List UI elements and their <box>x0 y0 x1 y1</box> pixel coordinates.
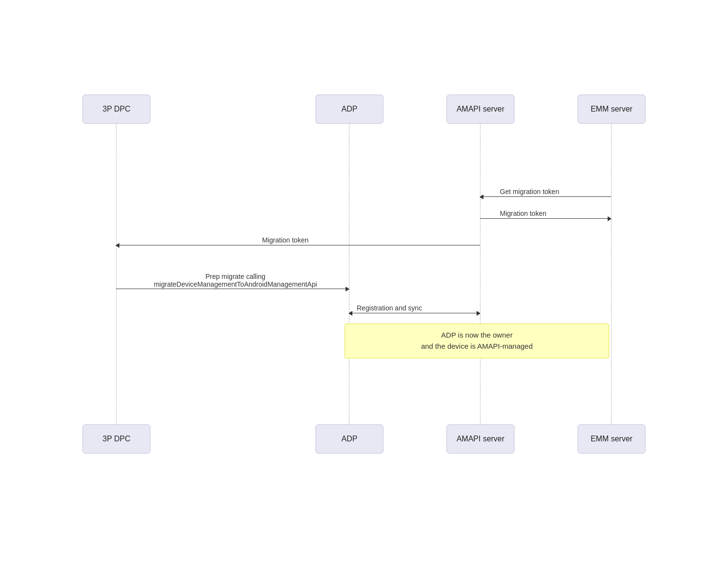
actor-adp-bottom: ADP <box>315 424 383 454</box>
actor-amapi-top: AMAPI server <box>447 95 514 124</box>
label-migration-token-2: Migration token <box>262 236 309 244</box>
arrow-get-migration-token <box>480 196 611 197</box>
actor-emm-bottom: EMM server <box>578 424 645 454</box>
arrow-prep-migrate <box>116 289 349 289</box>
actor-dpc-top: 3P DPC <box>83 95 150 124</box>
lifeline-emm <box>611 124 612 454</box>
label-prep-migrate: Prep migrate calling migrateDeviceManage… <box>126 273 345 288</box>
label-migration-token-1: Migration token <box>500 210 546 217</box>
arrow-registration-sync <box>349 313 480 313</box>
lifeline-amapi <box>480 124 480 454</box>
label-registration-sync: Registration and sync <box>357 304 422 312</box>
actor-amapi-bottom: AMAPI server <box>447 424 514 454</box>
label-get-migration-token: Get migration token <box>500 188 559 195</box>
arrow-migration-token-2 <box>116 245 480 245</box>
arrow-migration-token-1 <box>480 218 611 219</box>
actor-dpc-bottom: 3P DPC <box>83 424 150 454</box>
sequence-diagram: 3P DPC ADP AMAPI server EMM server Get m… <box>53 95 675 473</box>
actor-emm-top: EMM server <box>578 95 645 124</box>
actor-adp-top: ADP <box>315 95 383 124</box>
highlight-adp-owner: ADP is now the ownerand the device is AM… <box>345 324 609 358</box>
